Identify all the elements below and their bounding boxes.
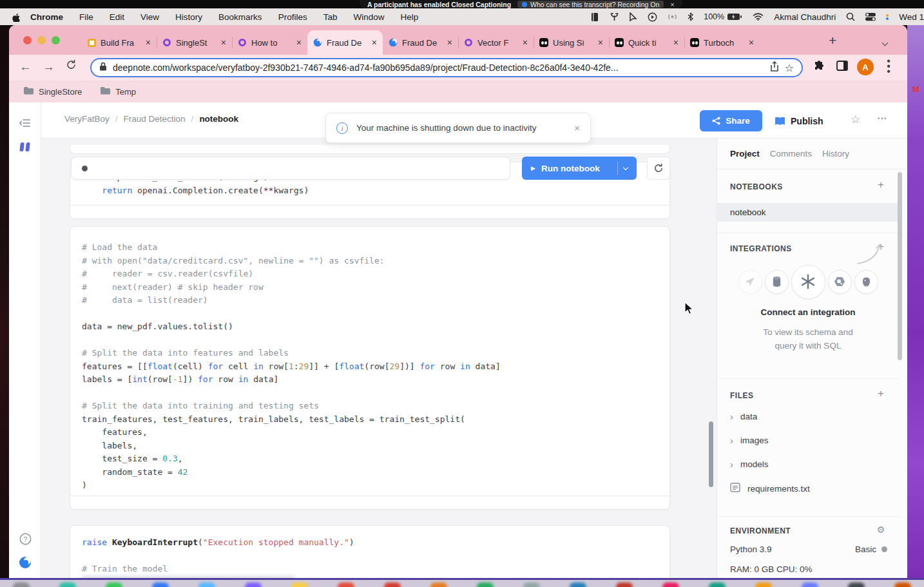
snowflake-integration-icon[interactable]	[791, 265, 825, 299]
browser-tab-2[interactable]: How to×	[232, 30, 307, 55]
transcript-pill[interactable]: Who can see this transcript? Recording O…	[517, 1, 664, 8]
menu-profiles[interactable]: Profiles	[278, 12, 307, 22]
add-file-button[interactable]: +	[874, 387, 887, 400]
side-panel-icon[interactable]	[836, 61, 848, 73]
code-editor[interactable]: # Load the data# with open("data/creditc…	[82, 241, 663, 492]
menubar-username[interactable]: Akmal Chaudhri	[774, 12, 836, 22]
bigquery-integration-icon[interactable]	[828, 270, 852, 294]
back-button[interactable]: ←	[19, 60, 32, 74]
paper-plane-integration-icon[interactable]	[738, 270, 762, 294]
menu-window[interactable]: Window	[353, 12, 384, 22]
file-tree-folder-images[interactable]: ›images	[730, 436, 769, 445]
book-icon[interactable]	[590, 12, 599, 22]
postgres-integration-icon[interactable]	[854, 270, 878, 294]
sidebar-scrollbar[interactable]	[898, 172, 902, 360]
chevron-right-icon[interactable]: ›	[730, 459, 733, 469]
chevron-right-icon[interactable]: ›	[730, 412, 733, 421]
lock-icon[interactable]	[99, 62, 107, 73]
redshift-integration-icon[interactable]	[765, 270, 789, 294]
macos-dock-peek[interactable]	[0, 578, 924, 587]
menu-edit[interactable]: Edit	[110, 12, 124, 22]
airplay-icon[interactable]	[668, 13, 677, 21]
breadcrumb-item-2[interactable]: notebook	[199, 114, 238, 124]
tab-close-icon[interactable]: ×	[146, 38, 151, 47]
bookmark-folder-temp[interactable]: Temp	[100, 86, 136, 97]
tab-search-chevron-icon[interactable]	[883, 36, 887, 48]
browser-tab-6[interactable]: Using Si×	[534, 30, 609, 55]
sidebar-tab-comments[interactable]: Comments	[770, 149, 812, 159]
address-bar[interactable]: deepnote.com/workspace/veryfatboy-2f930b…	[90, 58, 803, 77]
new-tab-button[interactable]: +	[829, 33, 836, 48]
tab-close-icon[interactable]: ×	[598, 38, 603, 47]
file-tree-folder-data[interactable]: ›data	[730, 412, 757, 421]
browser-tab-4[interactable]: Fraud De×	[383, 30, 458, 55]
menu-help[interactable]: Help	[400, 12, 418, 22]
tab-close-icon[interactable]: ×	[296, 38, 302, 47]
tab-close-icon[interactable]: ×	[372, 38, 377, 47]
notebook-scrollbar[interactable]	[709, 421, 713, 487]
share-page-icon[interactable]	[770, 61, 779, 74]
bookmark-star-icon[interactable]: ☆	[785, 62, 794, 74]
run-options-chevron-icon[interactable]	[623, 164, 628, 169]
menu-tab[interactable]: Tab	[323, 12, 338, 22]
blocks-icon[interactable]	[9, 141, 41, 153]
chevron-right-icon[interactable]: ›	[730, 436, 733, 445]
browser-tab-5[interactable]: Vector F×	[458, 30, 534, 55]
browser-tab-7[interactable]: Quick ti×	[609, 30, 684, 55]
sidebar-tab-project[interactable]: Project	[730, 149, 760, 159]
tab-close-icon[interactable]: ×	[221, 38, 226, 47]
menu-view[interactable]: View	[140, 12, 159, 22]
browser-tab-3[interactable]: Fraud De×	[307, 30, 383, 55]
environment-settings-gear-icon[interactable]: ⚙	[874, 524, 887, 535]
code-cell[interactable]: # Load the data# with open("data/creditc…	[70, 226, 670, 510]
run-notebook-button[interactable]: ▶ Run notebook	[522, 157, 637, 180]
browser-tab-1[interactable]: SingleSt×	[157, 30, 232, 55]
chrome-menu-icon[interactable]: •••	[885, 59, 892, 74]
code-editor[interactable]: raise KeyboardInterrupt("Execution stopp…	[82, 536, 663, 576]
spotlight-search-icon[interactable]	[846, 12, 855, 21]
record-play-icon[interactable]	[648, 12, 657, 22]
extensions-puzzle-icon[interactable]	[813, 61, 825, 75]
url-text[interactable]: deepnote.com/workspace/veryfatboy-2f930b…	[113, 63, 764, 73]
minimize-window-button[interactable]	[37, 36, 46, 44]
more-options-icon[interactable]: •••	[878, 115, 887, 122]
deepnote-logo-icon[interactable]	[9, 556, 41, 569]
banner-close-icon[interactable]: ×	[670, 1, 674, 8]
wifi-icon[interactable]	[753, 13, 764, 21]
reload-button[interactable]	[66, 59, 77, 73]
tab-close-icon[interactable]: ×	[749, 38, 754, 47]
tab-close-icon[interactable]: ×	[673, 38, 679, 47]
browser-tab-8[interactable]: Turboch×	[684, 30, 760, 55]
help-icon[interactable]: ?	[9, 533, 41, 545]
breadcrumb-item-1[interactable]: Fraud Detection	[124, 114, 186, 124]
sidebar-item-notebook[interactable]: notebook	[717, 203, 899, 222]
add-notebook-button[interactable]: +	[874, 178, 887, 191]
menu-bookmarks[interactable]: Bookmarks	[218, 12, 262, 22]
antler-app-icon[interactable]	[610, 12, 619, 21]
star-project-icon[interactable]: ☆	[851, 113, 860, 126]
close-window-button[interactable]	[23, 36, 32, 44]
menu-history[interactable]: History	[175, 12, 202, 22]
file-tree-folder-models[interactable]: ›models	[730, 459, 769, 469]
publish-button[interactable]: Publish	[768, 110, 830, 131]
cursor-icon[interactable]	[630, 12, 637, 21]
zoom-window-button[interactable]	[52, 36, 60, 44]
forward-button[interactable]: →	[43, 60, 55, 74]
battery-status[interactable]: 100%	[704, 12, 742, 21]
connect-integration-cta[interactable]: Connect an integration	[717, 307, 899, 317]
profile-avatar[interactable]: A	[857, 59, 874, 75]
toast-close-icon[interactable]: ×	[574, 122, 580, 133]
apple-menu-icon[interactable]	[12, 12, 20, 22]
restart-machine-button[interactable]	[647, 157, 670, 180]
bookmark-folder-singlestore[interactable]: SingleStore	[23, 86, 82, 97]
machine-tier-label[interactable]: Basic	[855, 544, 876, 554]
file-tree-file-requirements.txt[interactable]: requirements.txt	[730, 483, 810, 494]
outline-toc-icon[interactable]	[9, 118, 41, 128]
tab-close-icon[interactable]: ×	[523, 38, 528, 47]
breadcrumb-item-0[interactable]: VeryFatBoy	[64, 114, 110, 124]
bluetooth-icon[interactable]	[688, 12, 693, 21]
menu-chrome[interactable]: Chrome	[30, 12, 63, 22]
tab-close-icon[interactable]: ×	[447, 38, 452, 47]
menu-file[interactable]: File	[79, 12, 93, 22]
share-button[interactable]: Share	[700, 110, 762, 131]
